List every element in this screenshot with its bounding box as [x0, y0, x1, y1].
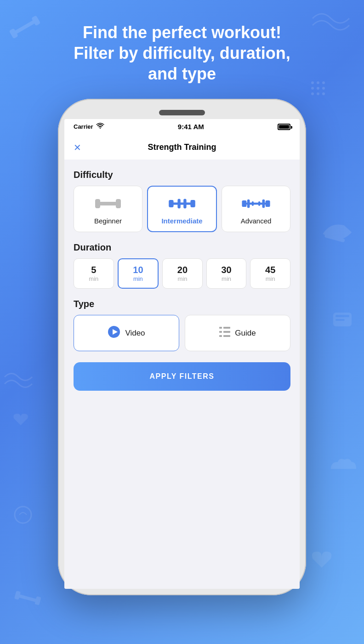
difficulty-grid: Beginner: [74, 186, 290, 232]
difficulty-beginner[interactable]: Beginner: [74, 186, 142, 232]
play-icon: [108, 325, 120, 341]
app-header: ✕ Strength Training: [64, 134, 300, 160]
svg-point-10: [322, 81, 325, 84]
svg-rect-26: [183, 199, 186, 209]
beginner-label: Beginner: [94, 217, 122, 225]
difficulty-advanced[interactable]: Advanced: [222, 186, 290, 232]
beginner-dumbbell-icon: [93, 195, 123, 212]
hero-line2: Filter by difficulty, duration,: [74, 44, 290, 63]
battery-icon: [278, 124, 290, 130]
duration-section: Duration 5 min 10 min 20 min: [74, 242, 290, 289]
close-button[interactable]: ✕: [74, 142, 81, 153]
svg-rect-41: [219, 335, 222, 337]
svg-rect-38: [223, 327, 230, 329]
advanced-dumbbell-icon: [241, 195, 271, 212]
duration-label: Duration: [74, 242, 290, 253]
svg-rect-20: [99, 202, 117, 205]
duration-5[interactable]: 5 min: [74, 258, 114, 289]
svg-rect-30: [247, 199, 250, 208]
svg-rect-32: [258, 201, 260, 206]
difficulty-intermediate[interactable]: Intermediate: [147, 186, 217, 232]
hero-line3: and type: [148, 64, 216, 83]
svg-rect-1: [9, 28, 18, 39]
status-time: 9:41 AM: [178, 123, 204, 131]
svg-rect-0: [12, 18, 38, 35]
app-content: ✕ Strength Training Difficulty: [64, 134, 300, 589]
list-icon: [219, 327, 230, 339]
intermediate-dumbbell-icon: [167, 195, 197, 212]
svg-rect-27: [190, 200, 195, 207]
svg-point-12: [317, 87, 319, 90]
svg-point-16: [322, 92, 325, 95]
hero-section: Find the perfect workout! Filter by diff…: [46, 22, 318, 84]
svg-rect-21: [95, 199, 100, 208]
difficulty-label: Difficulty: [74, 170, 290, 180]
svg-rect-33: [262, 199, 265, 208]
svg-rect-6: [14, 591, 21, 600]
intermediate-label: Intermediate: [161, 217, 202, 225]
duration-grid: 5 min 10 min 20 min 30 m: [74, 258, 290, 289]
svg-point-14: [311, 92, 314, 95]
phone-speaker: [159, 110, 205, 115]
svg-rect-37: [219, 327, 222, 329]
svg-point-11: [311, 87, 314, 90]
svg-rect-17: [333, 313, 352, 326]
phone-screen: Carrier 9:41 AM: [64, 119, 300, 589]
svg-rect-31: [252, 201, 254, 206]
hero-line1: Find the perfect workout!: [83, 23, 281, 42]
svg-rect-5: [16, 594, 39, 603]
duration-10[interactable]: 10 min: [118, 258, 159, 289]
svg-rect-24: [169, 200, 173, 207]
type-video[interactable]: Video: [74, 315, 179, 351]
svg-rect-25: [177, 199, 180, 209]
duration-20[interactable]: 20 min: [162, 258, 203, 289]
phone-mockup: Carrier 9:41 AM: [58, 99, 306, 595]
duration-30[interactable]: 30 min: [206, 258, 247, 289]
advanced-label: Advanced: [241, 217, 272, 225]
svg-rect-3: [324, 234, 346, 242]
type-grid: Video: [74, 315, 290, 351]
type-section: Type Video: [74, 299, 290, 351]
svg-rect-2: [31, 15, 40, 26]
svg-rect-39: [219, 331, 222, 333]
duration-45[interactable]: 45 min: [250, 258, 290, 289]
wifi-icon: [96, 123, 104, 131]
carrier-label: Carrier: [74, 123, 93, 130]
video-label: Video: [125, 329, 145, 338]
svg-rect-40: [223, 331, 230, 333]
svg-rect-34: [266, 200, 270, 207]
svg-rect-29: [242, 200, 246, 207]
apply-filters-button[interactable]: APPLY FILTERS: [74, 362, 290, 391]
status-bar: Carrier 9:41 AM: [64, 119, 300, 134]
guide-label: Guide: [235, 329, 256, 338]
svg-rect-7: [34, 596, 41, 605]
svg-point-15: [317, 92, 319, 95]
type-guide[interactable]: Guide: [185, 315, 290, 351]
svg-rect-19: [336, 319, 345, 321]
type-label: Type: [74, 299, 290, 309]
svg-rect-18: [336, 315, 349, 317]
svg-rect-42: [223, 335, 230, 337]
svg-point-13: [322, 87, 325, 90]
svg-rect-22: [116, 199, 121, 208]
difficulty-section: Difficulty Beginner: [74, 170, 290, 232]
app-title: Strength Training: [148, 142, 216, 152]
svg-point-4: [15, 507, 31, 523]
svg-rect-23: [172, 203, 192, 205]
